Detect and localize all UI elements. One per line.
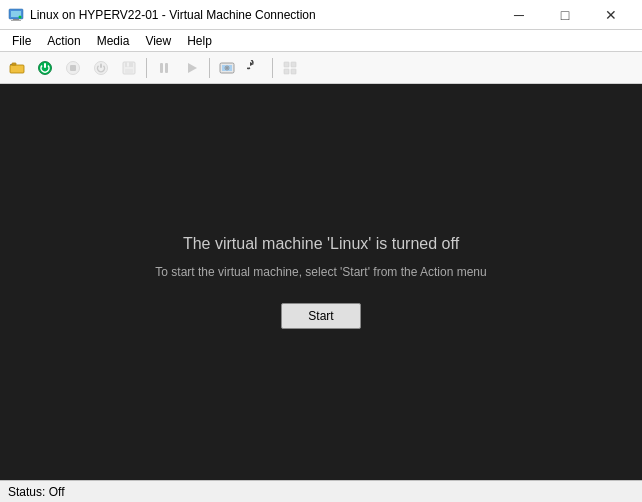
svg-rect-16 [127,62,129,66]
vm-status-title: The virtual machine 'Linux' is turned of… [183,235,459,253]
svg-rect-13 [100,63,102,68]
toolbar-save-button[interactable] [116,55,142,81]
menu-help[interactable]: Help [179,30,220,51]
toolbar-shutdown-button[interactable] [88,55,114,81]
svg-marker-20 [188,63,197,73]
toolbar-enhanced-button[interactable] [277,55,303,81]
menu-media[interactable]: Media [89,30,138,51]
main-content: The virtual machine 'Linux' is turned of… [0,84,642,480]
svg-rect-18 [160,63,163,73]
status-bar: Status: Off [0,480,642,502]
svg-point-4 [19,15,22,18]
svg-rect-6 [10,65,24,73]
toolbar-stop-button[interactable] [60,55,86,81]
menu-action[interactable]: Action [39,30,88,51]
toolbar-open-button[interactable] [4,55,30,81]
svg-rect-27 [291,62,296,67]
menu-bar: File Action Media View Help [0,30,642,52]
svg-rect-3 [11,20,21,21]
app-icon [8,7,24,23]
window-title: Linux on HYPERV22-01 - Virtual Machine C… [30,8,496,22]
window-controls: ─ □ ✕ [496,0,634,30]
start-vm-button[interactable]: Start [281,303,361,329]
svg-rect-29 [291,69,296,74]
title-bar: Linux on HYPERV22-01 - Virtual Machine C… [0,0,642,30]
svg-rect-9 [44,63,46,68]
svg-rect-26 [284,62,289,67]
svg-point-24 [226,67,228,69]
vm-status-subtitle: To start the virtual machine, select 'St… [155,265,486,279]
close-button[interactable]: ✕ [588,0,634,30]
toolbar-separator-3 [272,58,273,78]
svg-rect-19 [165,63,168,73]
toolbar-start-button[interactable] [32,55,58,81]
toolbar [0,52,642,84]
toolbar-resume-button[interactable] [179,55,205,81]
svg-rect-7 [12,63,16,65]
toolbar-separator-1 [146,58,147,78]
minimize-button[interactable]: ─ [496,0,542,30]
svg-rect-28 [284,69,289,74]
menu-file[interactable]: File [4,30,39,51]
toolbar-screenshot-button[interactable] [214,55,240,81]
toolbar-pause-button[interactable] [151,55,177,81]
toolbar-separator-2 [209,58,210,78]
svg-rect-11 [70,65,76,71]
menu-view[interactable]: View [137,30,179,51]
toolbar-reset-button[interactable] [242,55,268,81]
status-text: Status: Off [8,485,64,499]
svg-rect-17 [125,69,133,73]
maximize-button[interactable]: □ [542,0,588,30]
